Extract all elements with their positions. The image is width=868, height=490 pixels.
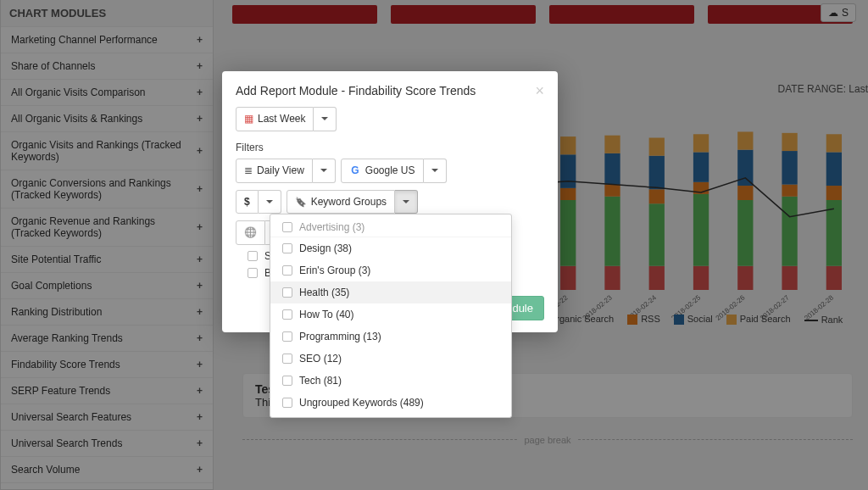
modal-title: Add Report Module - Findability Score Tr… [236,84,476,97]
checkbox-icon[interactable] [282,398,292,408]
keyword-groups-label: Keyword Groups [311,195,387,209]
keyword-groups-picker[interactable]: Keyword Groups [287,190,418,214]
dropdown-item-label: Design (38) [299,242,352,254]
dropdown-item[interactable]: How To (40) [270,303,511,326]
dropdown-item-label: How To (40) [299,309,353,320]
checkbox-icon[interactable] [282,354,292,364]
dropdown-item[interactable]: Erin's Group (3) [270,259,511,281]
checkbox-icon[interactable] [248,268,258,278]
chevron-down-icon [320,169,327,172]
checkbox-icon[interactable] [282,287,292,298]
search-engine-caret[interactable] [424,159,447,183]
dropdown-item-label: Programming (13) [299,331,381,342]
dropdown-item[interactable]: Tech (81) [270,370,511,392]
close-icon[interactable]: × [535,83,544,98]
chevron-down-icon [431,169,438,172]
date-range-label: Last Week [258,112,305,126]
dropdown-item-label: Health (35) [299,287,349,298]
chevron-down-icon [266,200,273,203]
checkbox-icon[interactable] [248,251,258,261]
view-mode-caret[interactable] [313,159,336,183]
bookmark-icon [295,195,307,209]
view-mode-picker[interactable]: Daily View [236,159,336,183]
currency-caret[interactable] [259,190,281,214]
chevron-down-icon [321,117,328,120]
calendar-icon: ▦ [244,112,253,126]
dropdown-item[interactable]: Ungrouped Keywords (489) [270,392,511,414]
dollar-icon: $ [244,195,250,209]
search-engine-picker[interactable]: GGoogle US [341,159,447,183]
keyword-groups-dropdown: Advertising (3) Design (38)Erin's Group … [270,214,512,418]
checkbox-icon[interactable] [282,243,292,253]
google-icon: G [349,164,361,178]
checkbox-icon[interactable] [282,376,292,386]
dropdown-item-label: Advertising (3) [299,221,364,233]
checkbox-icon[interactable] [282,265,292,276]
dropdown-item-label: Tech (81) [299,375,342,387]
globe-icon [244,226,257,240]
view-mode-label: Daily View [257,164,304,178]
dropdown-item-cut[interactable]: Advertising (3) [270,218,511,237]
dropdown-item[interactable]: Programming (13) [270,326,511,348]
filters-heading: Filters [236,142,544,153]
dropdown-item[interactable]: Health (35) [270,281,511,303]
date-range-picker[interactable]: ▦Last Week [236,107,337,131]
dropdown-item-label: SEO (12) [299,353,342,365]
dropdown-item[interactable]: Design (38) [270,237,511,259]
currency-picker[interactable]: $ [236,190,281,214]
keyword-groups-caret[interactable] [395,190,418,214]
dropdown-item-label: Erin's Group (3) [299,264,370,276]
checkbox-icon[interactable] [282,222,292,232]
add-report-module-dialog: Add Report Module - Findability Score Tr… [222,71,558,332]
dropdown-item-label: Ungrouped Keywords (489) [299,397,424,409]
checkbox-icon[interactable] [282,331,292,342]
list-icon [244,164,253,178]
search-engine-label: Google US [365,164,415,178]
checkbox-icon[interactable] [282,309,292,320]
date-range-caret[interactable] [314,107,337,131]
dropdown-item[interactable]: SEO (12) [270,348,511,370]
chevron-down-icon [403,200,409,203]
